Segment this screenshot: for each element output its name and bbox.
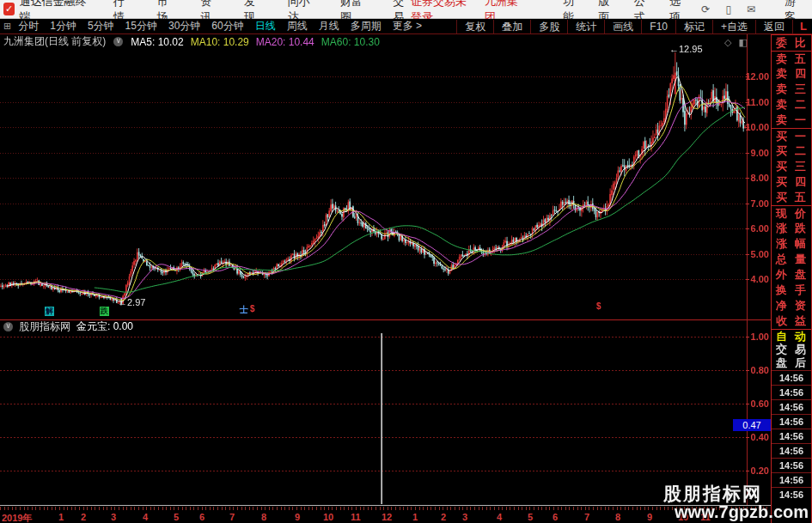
month-label: 8 [261, 512, 266, 522]
mail-icon[interactable]: ✉ [747, 3, 755, 15]
quote-row[interactable]: 卖五 [772, 51, 811, 66]
period-tab[interactable]: 30分钟 [168, 19, 200, 33]
period-tab[interactable]: 1分钟 [50, 19, 76, 33]
tick-time: 14:56 [772, 414, 811, 429]
indicator-group: 股朋指标网 [19, 319, 70, 334]
toolbar-button[interactable]: +自选 [712, 20, 755, 33]
month-label: 3 [111, 512, 116, 522]
tick-time: 14:56 [772, 429, 811, 443]
quote-row[interactable]: 买四 [772, 174, 811, 190]
split-window-icon[interactable]: ◧ [738, 37, 747, 48]
month-label: 10 [323, 512, 333, 522]
quote-row[interactable]: 收益 [772, 313, 811, 329]
quote-row[interactable]: 卖三 [772, 82, 811, 97]
period-tab[interactable]: 月线 [319, 19, 339, 33]
quote-row[interactable]: 总量 [772, 252, 811, 267]
toolbar-button[interactable]: 统计 [567, 20, 604, 33]
quote-row[interactable]: 换手 [772, 283, 811, 298]
tick-strip [0, 507, 771, 510]
quote-row[interactable]: 卖四 [772, 66, 811, 82]
axis-tick-label: 1.00 [751, 331, 769, 342]
period-tab[interactable]: 日线 [255, 19, 276, 33]
axis-tick-label: 8.00 [751, 173, 769, 183]
month-label: 3 [462, 512, 467, 522]
indicator-header: ∨ 股朋指标网 金元宝: 0.00 [3, 321, 133, 332]
period-tab[interactable]: 周线 [287, 19, 308, 33]
watermark-site-name: 股朋指标网 [663, 484, 762, 503]
low-price-annotation: ←2.97 [118, 297, 145, 307]
axis-tick-label: 9.00 [751, 148, 769, 158]
quote-row[interactable]: 现价 [772, 205, 811, 221]
quote-row[interactable]: 净资 [772, 298, 811, 313]
period-tabs: 分时1分钟5分钟15分钟30分钟60分钟日线周线月线多周期更多 > [18, 19, 422, 33]
period-tab[interactable]: 多周期 [351, 19, 382, 33]
axis-tick-label: 0.40 [751, 432, 769, 442]
toolbar-button[interactable]: 画线 [604, 20, 641, 33]
quote-row[interactable]: 委比 [772, 35, 811, 51]
month-label: 1 [412, 512, 418, 522]
event-marker-icon[interactable]: 士 [240, 304, 248, 316]
collapse-icon[interactable]: ∨ [113, 37, 123, 46]
month-label: 4 [497, 512, 502, 522]
month-label: 6 [199, 512, 205, 522]
ma-legend: MA5: 10.02MA10: 10.29MA20: 10.44MA60: 10… [131, 36, 387, 48]
quote-row[interactable]: 涨跌 [772, 221, 811, 236]
quote-row[interactable]: 涨幅 [772, 236, 811, 252]
month-label: 5 [174, 512, 179, 522]
year-label: 2019年 [2, 512, 32, 523]
quote-row[interactable]: 买一 [772, 128, 811, 143]
axis-tick-label: 6.00 [751, 223, 769, 234]
tick-times: 14:5614:5614:5614:5614:5614:5614:5614:56… [772, 370, 811, 502]
quote-row[interactable]: 买五 [772, 190, 811, 205]
tick-time: 14:56 [772, 385, 811, 399]
indicator-chart[interactable] [0, 333, 748, 505]
toolbar-button[interactable]: 多股 [530, 20, 567, 33]
event-marker-icon[interactable]: 跌 [100, 307, 109, 316]
event-marker-icon[interactable]: 解 [45, 307, 54, 316]
toolbar-button[interactable]: F10 [641, 20, 675, 33]
period-tab[interactable]: 更多 > [393, 19, 422, 33]
tick-time: 14:56 [772, 399, 811, 414]
time-axis[interactable]: 2019年 1234567891011121234567891011 [0, 505, 771, 523]
toolbar-button[interactable]: 返回 [755, 20, 793, 33]
ma-value: MA20: 10.44 [256, 36, 314, 48]
quote-row[interactable]: 外盘 [772, 267, 811, 283]
ma-value: MA5: 10.02 [131, 36, 183, 48]
tick-time: 14:56 [772, 458, 811, 472]
event-marker-icon[interactable]: $ [250, 304, 255, 313]
month-label: 7 [229, 512, 235, 522]
quote-sidebar: 委比卖五卖四卖三卖二卖一买一买二买三买四买五现价涨跌涨幅总量外盘换手净资收益 自… [771, 34, 812, 523]
quote-row[interactable]: 卖一 [772, 113, 811, 128]
layout-icon[interactable]: ⊞ [3, 21, 11, 32]
period-tab[interactable]: 60分钟 [211, 19, 243, 33]
period-tab[interactable]: 15分钟 [125, 19, 157, 33]
tick-time: 14:56 [772, 370, 811, 385]
sidebar-tab[interactable]: 盘后 [772, 356, 811, 370]
ma-value: MA60: 10.30 [321, 36, 380, 48]
high-price-annotation: ←12.95 [669, 44, 703, 54]
axis-tick-label: 0.20 [751, 465, 769, 476]
axis-tick-label: 11.00 [746, 97, 769, 107]
toolbar-button[interactable]: 叠加 [493, 20, 530, 33]
period-tab[interactable]: 5分钟 [88, 19, 114, 33]
sidebar-tab[interactable]: 交易 [772, 343, 811, 356]
quote-row[interactable]: 买二 [772, 143, 811, 159]
refresh-icon[interactable]: ⟳ [701, 3, 710, 15]
event-marker-icon[interactable]: $ [596, 301, 601, 311]
quote-row[interactable]: 卖二 [772, 97, 811, 113]
main-candlestick-chart[interactable] [0, 34, 748, 320]
sidebar-tab[interactable]: 自动 [772, 329, 811, 343]
month-label: 8 [615, 512, 620, 522]
mobile-icon[interactable]: ▯ [725, 3, 731, 15]
menubar: ✓ 通达信金融终端 行情市场资讯发现问小达财富圈交易 证券交易未登录 九洲集团 … [0, 0, 812, 19]
collapse-icon[interactable]: ∨ [3, 322, 13, 331]
quote-rows: 委比卖五卖四卖三卖二卖一买一买二买三买四买五现价涨跌涨幅总量外盘换手净资收益 [772, 35, 811, 329]
toolbar-button[interactable]: 复权 [456, 20, 493, 33]
month-label: 4 [143, 512, 148, 522]
sidebar-tabs: 自动交易盘后 [772, 329, 811, 370]
period-tab[interactable]: 分时 [18, 19, 39, 33]
quote-row[interactable]: 买三 [772, 159, 811, 174]
toolbar-buttons: 复权叠加多股统计画线F10标记+自选返回 [456, 20, 793, 33]
diamond-icon[interactable]: ◇ [724, 37, 731, 48]
toolbar-button[interactable]: 标记 [675, 20, 712, 33]
